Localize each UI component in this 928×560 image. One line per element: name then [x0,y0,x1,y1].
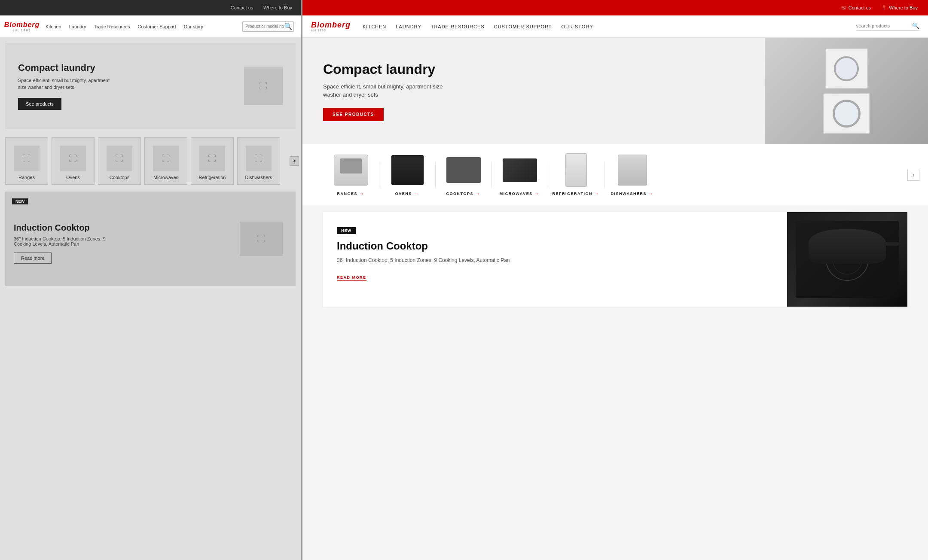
ranges-arrow-icon: → [359,191,365,197]
left-cat-cooktops[interactable]: ⛶ Cooktops [98,137,141,185]
left-cat-cooktops-label: Cooktops [110,175,129,180]
left-topbar: Contact us Where to Buy [0,0,301,15]
left-search-box[interactable]: 🔍 [242,21,294,32]
dishwashers-product-image [618,155,647,186]
left-search-icon: 🔍 [284,22,293,30]
microwaves-product-image [503,158,537,182]
right-design-panel: ☏ Contact us 📍 Where to Buy Blomberg est… [302,0,928,560]
left-cat-ovens-img: ⛶ [60,146,86,171]
left-cat-microwaves[interactable]: ⛶ Microwaves [144,137,187,185]
refrigeration-product-image [565,153,587,187]
right-cat-ovens-img [386,153,429,187]
right-nav-support[interactable]: CUSTOMER SUPPORT [494,24,552,29]
right-nav-story[interactable]: OUR STORY [561,24,593,29]
left-hero-content: Compact laundry Space-efficient, small b… [18,62,113,110]
left-feature-title: Induction Cooktop [14,223,117,233]
right-feature-desc: 36" Induction Cooktop, 5 Induction Zones… [337,256,773,264]
appliance-washer [823,93,870,134]
left-feature-desc: 36" Induction Cooktop, 5 Induction Zones… [14,236,117,247]
right-cat-ovens-label: OVENS → [395,191,420,197]
refrigeration-arrow-icon: → [594,191,600,197]
right-where-to-buy-link[interactable]: 📍 Where to Buy [881,5,918,11]
right-logo-since: est 1883 [311,29,326,32]
left-search-input[interactable] [245,24,284,29]
left-where-to-buy-link[interactable]: Where to Buy [263,5,292,10]
left-logo-text: Blomberg [4,21,40,29]
right-cat-dishwashers[interactable]: DISHWASHERS → [604,153,660,197]
right-nav-laundry[interactable]: LAUNDRY [396,24,421,29]
right-hero-title: Compact laundry [323,61,443,77]
ovens-product-image [391,155,424,185]
right-contact-link[interactable]: ☏ Contact us [841,5,871,11]
right-cat-refrigeration[interactable]: REFRIGERATION → [548,153,604,197]
left-wireframe-panel: Contact us Where to Buy Blomberg est 188… [0,0,301,560]
left-cat-ovens-icon: ⛶ [69,154,77,164]
right-hero-content: Compact laundry Space-efficient, small b… [302,44,464,138]
left-cat-dishwashers[interactable]: ⛶ Dishwashers [237,137,280,185]
left-cat-ranges-icon: ⛶ [22,154,31,164]
left-cat-refrigeration-label: Refrigeration [199,175,226,180]
right-search-area[interactable]: 🔍 [856,22,919,30]
right-categories: RANGES → OVENS → COOKTOPS → [302,144,928,205]
right-logo-text: Blomberg [311,21,351,29]
left-nav-trade[interactable]: Trade Resources [94,24,130,29]
left-nav-story[interactable]: Our story [184,24,203,29]
left-cat-next-button[interactable]: > [290,156,299,166]
right-logo[interactable]: Blomberg est 1883 [311,21,351,32]
right-cat-microwaves-label: MICROWAVES → [500,191,540,197]
left-feature-image: ⛶ [240,222,283,256]
left-logo[interactable]: Blomberg est 1883 [7,20,37,33]
cooking-pan [809,229,886,264]
right-topbar: ☏ Contact us 📍 Where to Buy [302,0,928,15]
right-cat-microwaves[interactable]: MICROWAVES → [492,153,548,197]
left-feature-placeholder-icon: ⛶ [257,234,266,244]
left-nav-kitchen[interactable]: Kitchen [46,24,61,29]
right-nav: Blomberg est 1883 KITCHEN LAUNDRY TRADE … [302,15,928,38]
right-contact-label: Contact us [849,5,871,10]
right-pin-icon: 📍 [881,5,887,11]
right-read-more-button[interactable]: READ MORE [337,275,366,281]
right-cat-ovens[interactable]: OVENS → [379,153,435,197]
appliance-dryer [825,48,868,89]
left-hero-placeholder-icon: ⛶ [259,81,268,91]
pan-handle [884,242,899,246]
left-hero-image: ⛶ [244,67,283,105]
left-nav-laundry[interactable]: Laundry [69,24,86,29]
left-hero-title: Compact laundry [18,62,113,73]
left-cat-ranges-img: ⛶ [14,146,40,171]
right-cat-refrigeration-img [555,153,598,187]
right-cat-ranges-label: RANGES → [337,191,365,197]
right-cat-ranges[interactable]: RANGES → [323,153,379,197]
right-where-to-buy-label: Where to Buy [889,5,918,10]
left-nav-links: Kitchen Laundry Trade Resources Customer… [46,24,234,29]
right-nav-kitchen[interactable]: KITCHEN [363,24,386,29]
left-contact-link[interactable]: Contact us [231,5,253,10]
left-cat-refrigeration[interactable]: ⛶ Refrigeration [191,137,234,185]
cooktops-product-image [446,157,481,183]
right-cat-microwaves-img [498,153,541,187]
right-phone-icon: ☏ [841,5,847,11]
microwaves-arrow-icon: → [534,191,540,197]
left-cat-ovens[interactable]: ⛶ Ovens [52,137,95,185]
left-nav-support[interactable]: Customer Support [137,24,176,29]
left-nav: Blomberg est 1883 Kitchen Laundry Trade … [0,15,301,38]
left-cat-ranges[interactable]: ⛶ Ranges [5,137,48,185]
right-search-input[interactable] [856,23,912,28]
cooktops-arrow-icon: → [475,191,481,197]
right-search-icon[interactable]: 🔍 [912,22,919,29]
right-see-products-button[interactable]: SEE PRODUCTS [323,108,384,121]
right-feature-left: NEW Induction Cooktop 36" Induction Cook… [323,212,787,307]
right-hero-image [765,38,928,144]
left-see-products-button[interactable]: See products [18,98,61,110]
cooktop-surface [796,221,899,298]
right-cat-cooktops[interactable]: COOKTOPS → [436,153,491,197]
left-logo-since: est 1883 [13,29,31,32]
right-nav-trade[interactable]: TRADE RESOURCES [431,24,485,29]
ranges-product-image [334,155,368,186]
left-cat-cooktops-icon: ⛶ [115,154,124,164]
left-read-more-button[interactable]: Read more [14,253,52,264]
left-cat-cooktops-img: ⛶ [107,146,132,171]
right-feature-section: NEW Induction Cooktop 36" Induction Cook… [323,212,907,307]
right-cat-next-button[interactable]: › [907,169,919,181]
right-new-badge: NEW [337,227,356,234]
